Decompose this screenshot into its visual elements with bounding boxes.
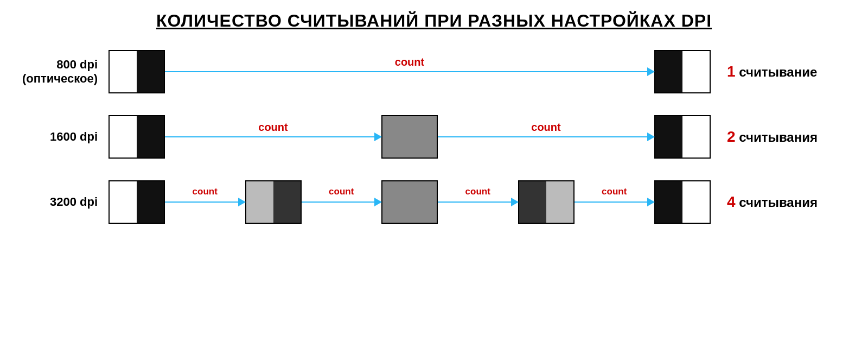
content-3200dpi: count count [108,178,711,226]
pixel-block-mid-1600 [381,115,438,159]
half-black [137,51,164,92]
arrow1-3200dpi: count [165,180,245,224]
row-1600dpi: 1600 dpi count [22,112,846,161]
row-800dpi: 800 dpi (оптическое) count [22,47,846,96]
page-title: КОЛИЧЕСТВО СЧИТЫВАНИЙ ПРИ РАЗНЫХ НАСТРОЙ… [156,11,712,31]
arrow1-1600dpi: count [165,115,381,159]
arrow-label1-1600dpi: count [258,121,288,134]
half-white-end [682,51,710,92]
arrow4-3200dpi: count [575,180,655,224]
arrow-label2-3200dpi: count [329,186,354,197]
arrow2-3200dpi: count [302,180,382,224]
arrow-label3-3200dpi: count [465,186,490,197]
content-1600dpi: count count [108,112,711,161]
pixel-block-end-1600 [654,115,711,159]
half-black-end [655,51,682,92]
half-white [110,51,137,92]
pixel-block-3-3200 [381,180,438,224]
arrow-label1-3200dpi: count [193,186,218,197]
arrow-label-800dpi: count [395,56,424,68]
label-800dpi: 800 dpi (оптическое) [22,58,108,86]
content-800dpi: count [108,47,711,96]
result-text-1600dpi: считывания [736,130,818,144]
arrow-label4-3200dpi: count [602,186,627,197]
rows-container: 800 dpi (оптическое) count [22,47,846,226]
result-num-800dpi: 1 [727,63,736,80]
pixel-block-2-3200 [245,180,302,224]
arrow-line-800dpi: count [165,71,654,72]
result-num-3200dpi: 4 [727,193,736,210]
result-text-800dpi: считывание [736,65,818,79]
result-1600dpi: 2 считывания [711,128,846,146]
pixel-block-start-1600 [108,115,165,159]
pixel-block-4-3200 [518,180,575,224]
label-1600dpi: 1600 dpi [22,130,108,144]
result-3200dpi: 4 считывания [711,193,846,211]
result-text-3200dpi: считывания [736,195,818,210]
arrow-label2-1600dpi: count [531,121,560,134]
arrow-800dpi: count [165,50,654,93]
row-3200dpi: 3200 dpi count [22,178,846,226]
result-800dpi: 1 считывание [711,63,846,80]
arrow3-3200dpi: count [438,180,518,224]
arrow2-1600dpi: count [438,115,654,159]
pixel-block-end-3200 [654,180,711,224]
pixel-block-end-800 [654,50,711,93]
result-num-1600dpi: 2 [727,128,736,145]
pixel-block-start-800 [108,50,165,93]
label-3200dpi: 3200 dpi [22,195,108,209]
page-container: КОЛИЧЕСТВО СЧИТЫВАНИЙ ПРИ РАЗНЫХ НАСТРОЙ… [0,0,868,359]
pixel-block-start-3200 [108,180,165,224]
